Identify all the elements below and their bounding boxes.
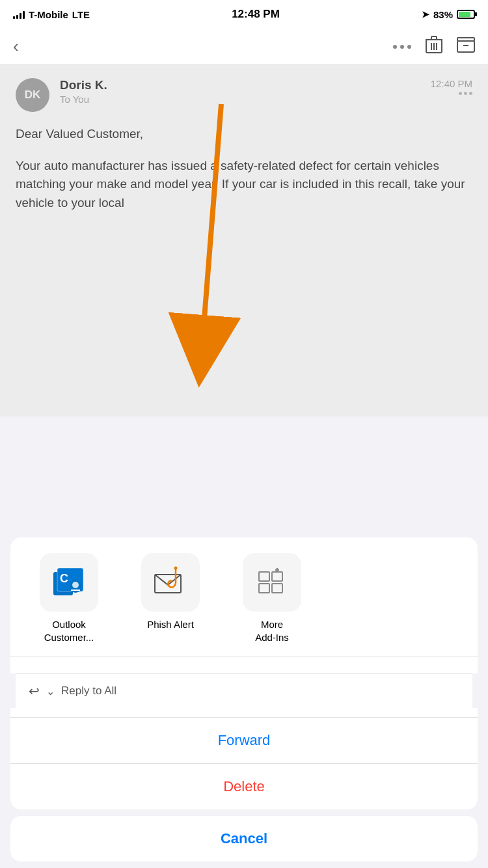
svg-text:C: C	[60, 572, 68, 585]
phish-alert-icon-box	[141, 553, 200, 612]
addin-more-addins[interactable]: MoreAdd-Ins	[226, 553, 318, 644]
location-icon: ➤	[422, 9, 429, 20]
delete-action[interactable]: Delete	[10, 764, 478, 809]
email-greeting: Dear Valued Customer,	[16, 125, 472, 144]
phish-alert-icon	[152, 565, 189, 599]
email-time-area: 12:40 PM	[431, 78, 472, 95]
delete-label: Delete	[23, 778, 465, 795]
battery-percent: 83%	[433, 9, 453, 20]
svg-rect-22	[272, 584, 282, 593]
svg-rect-2	[431, 36, 437, 40]
svg-rect-21	[259, 584, 269, 593]
status-right: ➤ 83%	[422, 9, 475, 20]
cancel-label: Cancel	[23, 830, 465, 847]
status-left: T-Mobile LTE	[13, 9, 90, 20]
reply-to-all-label: Reply to All	[61, 685, 116, 698]
more-options-button[interactable]	[393, 45, 411, 49]
outlook-customer-label: OutlookCustomer...	[44, 618, 94, 644]
nav-right-actions	[393, 36, 475, 58]
cancel-button[interactable]: Cancel	[10, 816, 478, 861]
svg-rect-6	[457, 41, 474, 52]
annotation-arrow	[0, 65, 488, 416]
status-bar: T-Mobile LTE 12:48 PM ➤ 83%	[0, 0, 488, 29]
more-addins-label: MoreAdd-Ins	[255, 618, 289, 644]
signal-icon	[13, 10, 25, 19]
trash-button[interactable]	[426, 36, 442, 58]
more-addins-icon-box	[243, 553, 301, 612]
svg-point-15	[72, 582, 79, 588]
status-time: 12:48 PM	[232, 8, 280, 21]
email-header: DK Doris K. To You 12:40 PM	[16, 78, 472, 112]
email-time: 12:40 PM	[431, 78, 472, 89]
reply-to-all-icon: ↩	[29, 683, 40, 699]
svg-rect-20	[272, 572, 282, 581]
sender-name: Doris K.	[60, 78, 420, 92]
svg-point-18	[174, 567, 178, 570]
phish-alert-label: Phish Alert	[147, 618, 194, 631]
more-addins-icon	[255, 565, 289, 599]
reply-to-all-bar[interactable]: ↩ ⌄ Reply to All	[16, 673, 472, 708]
email-body: Dear Valued Customer, Your auto manufact…	[16, 125, 472, 212]
addin-outlook-customer[interactable]: C OutlookCustomer...	[23, 553, 115, 644]
email-content-area: DK Doris K. To You 12:40 PM Dear Valued …	[0, 65, 488, 416]
forward-action[interactable]: Forward	[10, 718, 478, 763]
chevron-down-icon: ⌄	[46, 685, 55, 698]
sender-to: To You	[60, 94, 420, 105]
action-sheet: ↩ ⌄ Reply to All C	[0, 537, 488, 868]
email-meta: Doris K. To You	[60, 78, 420, 105]
sender-avatar: DK	[16, 78, 49, 112]
battery-icon	[457, 10, 475, 19]
archive-button[interactable]	[457, 37, 475, 56]
nav-bar: ‹	[0, 29, 488, 65]
svg-rect-7	[457, 38, 474, 41]
back-button[interactable]: ‹	[13, 36, 19, 57]
outlook-customer-icon-box: C	[40, 553, 98, 612]
network-label: LTE	[72, 9, 90, 20]
email-body-text: Your auto manufacturer has issued a safe…	[16, 157, 472, 213]
carrier-label: T-Mobile	[29, 9, 68, 20]
svg-rect-19	[259, 572, 269, 581]
addins-row: C OutlookCustomer...	[10, 537, 478, 657]
forward-label: Forward	[23, 732, 465, 749]
email-more-options[interactable]	[459, 92, 472, 95]
outlook-customer-icon: C	[52, 565, 86, 599]
addin-phish-alert[interactable]: Phish Alert	[125, 553, 216, 631]
